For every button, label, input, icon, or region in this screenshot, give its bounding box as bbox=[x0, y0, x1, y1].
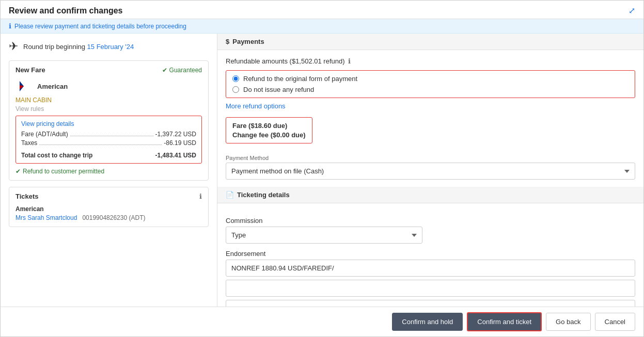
airline-name: American bbox=[37, 83, 68, 90]
pricing-total: Total cost to change trip -1,483.41 USD bbox=[21, 150, 196, 159]
fare-dots bbox=[70, 129, 153, 136]
taxes-amount: -86.19 USD bbox=[164, 139, 196, 147]
taxes-dots bbox=[39, 138, 162, 145]
modal-title: Review and confirm changes bbox=[9, 6, 123, 15]
confirm-hold-button[interactable]: Confirm and hold bbox=[392, 313, 463, 331]
change-fee-label: Change fee ($0.00 due) bbox=[232, 131, 306, 139]
taxes-row: Taxes -86.19 USD bbox=[21, 139, 196, 147]
info-bar: ℹ Please review payment and ticketing de… bbox=[1, 19, 643, 34]
check-circle-icon: ✔ bbox=[162, 67, 167, 74]
view-pricing-link[interactable]: View pricing details bbox=[21, 120, 196, 127]
tickets-section: Tickets ℹ American Mrs Sarah Smartcloud … bbox=[9, 187, 209, 227]
go-back-button[interactable]: Go back bbox=[546, 313, 590, 331]
trip-header: ✈ Round trip beginning 15 February '24 bbox=[9, 40, 209, 53]
passenger-name: Mrs Sarah Smartcloud bbox=[15, 214, 77, 221]
modal-footer: Confirm and hold Confirm and ticket Go b… bbox=[1, 307, 643, 336]
airline-info: American bbox=[15, 79, 202, 93]
modal-header: Review and confirm changes ⤢ bbox=[1, 1, 643, 19]
payment-method-container: Payment Method Payment method on file (C… bbox=[226, 155, 635, 180]
ticket-passenger: Mrs Sarah Smartcloud 0019904826230 (ADT) bbox=[15, 214, 202, 221]
right-panel: $ Payments Refundable amounts ($1,502.01… bbox=[217, 34, 643, 307]
total-amount: -1,483.41 USD bbox=[155, 152, 196, 159]
refund-permitted: ✔ Refund to customer permitted bbox=[15, 168, 202, 175]
tickets-title: Tickets bbox=[15, 192, 39, 200]
fare-card-title: New Fare bbox=[15, 66, 45, 74]
tickets-header: Tickets ℹ bbox=[15, 192, 202, 200]
airline-logo bbox=[15, 79, 32, 93]
endorsement-input-1[interactable] bbox=[226, 260, 635, 277]
fare-due-label: Fare ($18.60 due) bbox=[232, 122, 306, 130]
payments-section-label: Payments bbox=[232, 38, 264, 45]
document-icon: 📄 bbox=[226, 191, 234, 199]
radio-option-2[interactable]: Do not issue any refund bbox=[232, 86, 629, 93]
more-refund-options-link[interactable]: More refund options bbox=[226, 102, 635, 110]
fare-card-header: New Fare ✔ Guaranteed bbox=[15, 66, 202, 74]
refund-amounts-label: Refundable amounts ($1,502.01 refund) ℹ bbox=[226, 57, 635, 65]
modal-container: Review and confirm changes ⤢ ℹ Please re… bbox=[0, 0, 644, 337]
fare-due-box: Fare ($18.60 due) Change fee ($0.00 due) bbox=[226, 117, 312, 143]
expand-icon[interactable]: ⤢ bbox=[629, 6, 635, 15]
fare-row-amount: -1,397.22 USD bbox=[155, 131, 196, 138]
radio-original-payment[interactable] bbox=[232, 75, 239, 82]
cabin-class: MAIN CABIN bbox=[15, 97, 202, 104]
radio-options-box: Refund to the original form of payment D… bbox=[226, 70, 635, 98]
cancel-button[interactable]: Cancel bbox=[595, 313, 635, 331]
endorsement-input-2[interactable] bbox=[226, 280, 635, 297]
ticketing-section-header: 📄 Ticketing details bbox=[217, 187, 643, 203]
radio-option-1[interactable]: Refund to the original form of payment bbox=[232, 75, 629, 83]
ticketing-section-label: Ticketing details bbox=[237, 191, 290, 199]
refund-check-icon: ✔ bbox=[15, 168, 21, 175]
payment-method-select[interactable]: Payment method on file (Cash) bbox=[226, 163, 635, 180]
payment-method-label: Payment Method bbox=[226, 155, 635, 161]
commission-select[interactable]: Type bbox=[226, 227, 422, 244]
pricing-details-box: View pricing details Fare (ADT/Adult) -1… bbox=[15, 116, 202, 164]
plane-icon: ✈ bbox=[9, 40, 18, 53]
info-message: Please review payment and ticketing deta… bbox=[14, 23, 186, 30]
ticketing-section-content: Commission Type Endorsement bbox=[217, 203, 643, 307]
confirm-ticket-button[interactable]: Confirm and ticket bbox=[467, 312, 542, 331]
commission-label: Commission bbox=[226, 217, 635, 224]
dollar-icon: $ bbox=[226, 38, 229, 45]
endorsement-label: Endorsement bbox=[226, 250, 635, 258]
fare-row: Fare (ADT/Adult) -1,397.22 USD bbox=[21, 131, 196, 138]
ticket-airline: American bbox=[15, 205, 202, 213]
refund-info-icon[interactable]: ℹ bbox=[348, 57, 351, 65]
endorsement-input-3[interactable] bbox=[226, 300, 635, 307]
ticket-number: 0019904826230 (ADT) bbox=[82, 214, 145, 221]
ticket-row: American Mrs Sarah Smartcloud 0019904826… bbox=[15, 205, 202, 221]
left-panel: ✈ Round trip beginning 15 February '24 N… bbox=[1, 34, 217, 307]
trip-date: 15 February '24 bbox=[87, 43, 134, 51]
payments-section-header: $ Payments bbox=[217, 34, 643, 50]
payments-section-content: Refundable amounts ($1,502.01 refund) ℹ … bbox=[217, 50, 643, 187]
main-content: ✈ Round trip beginning 15 February '24 N… bbox=[1, 34, 643, 307]
fare-row-label: Fare (ADT/Adult) bbox=[21, 131, 68, 138]
radio-no-refund[interactable] bbox=[232, 86, 239, 93]
view-rules-link[interactable]: View rules bbox=[15, 105, 202, 113]
info-icon: ℹ bbox=[9, 22, 11, 30]
taxes-label: Taxes bbox=[21, 139, 37, 147]
trip-label: Round trip beginning 15 February '24 bbox=[23, 43, 134, 51]
guaranteed-badge: ✔ Guaranteed bbox=[162, 67, 202, 74]
tickets-info-icon: ℹ bbox=[199, 192, 202, 200]
total-label: Total cost to change trip bbox=[21, 152, 92, 159]
fare-card: New Fare ✔ Guaranteed American MAIN CABI… bbox=[9, 60, 209, 181]
